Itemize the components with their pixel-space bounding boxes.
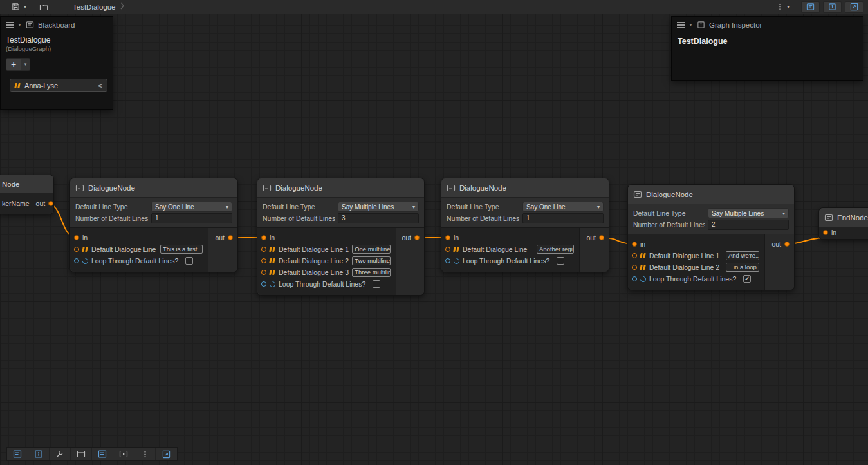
loop-port[interactable] <box>261 281 266 287</box>
panel-icon <box>98 450 107 459</box>
add-property-dropdown[interactable]: ▾ <box>21 58 30 71</box>
save-icon <box>12 3 20 11</box>
in-port[interactable] <box>632 242 637 247</box>
out-port[interactable] <box>228 235 233 240</box>
fullscreen-button[interactable] <box>156 448 177 460</box>
fullscreen-icon <box>162 450 171 459</box>
add-property-button[interactable]: + <box>6 58 21 71</box>
line-type-label: Default Line Type <box>263 203 335 211</box>
node-title-bar[interactable]: DialogueNode <box>628 185 794 204</box>
loop-checkbox[interactable] <box>185 257 193 265</box>
dialogue-line-port[interactable] <box>632 253 637 258</box>
open-asset-button[interactable] <box>39 1 48 13</box>
loop-port[interactable] <box>74 258 79 263</box>
fullscreen-button[interactable] <box>845 1 863 13</box>
options-dropdown[interactable]: ▾ <box>787 1 790 13</box>
dialogue-line-port[interactable] <box>261 258 266 263</box>
collapse-icon[interactable]: ▼ <box>688 23 693 27</box>
num-lines-field[interactable]: 3 <box>338 213 419 223</box>
dialogue-node-4[interactable]: DialogueNode Default Line Type Say Multi… <box>627 184 795 290</box>
dialogue-line-port[interactable] <box>261 270 266 275</box>
node-properties: Default Line Type Say One Line ▾ Number … <box>70 198 237 227</box>
node-title-bar[interactable]: Node <box>0 175 53 193</box>
kebab-icon <box>141 450 149 459</box>
dialogue-node-1[interactable]: DialogueNode Default Line Type Say One L… <box>69 178 238 272</box>
out-port[interactable] <box>599 235 604 240</box>
speaker-node[interactable]: Node kerName out <box>0 175 54 214</box>
line-type-label: Default Line Type <box>633 209 705 217</box>
save-dropdown[interactable]: ▾ <box>24 1 26 13</box>
dialogue-node-icon <box>263 184 272 193</box>
out-port[interactable] <box>48 201 53 206</box>
num-lines-field[interactable]: 2 <box>708 220 789 230</box>
kebab-menu-button[interactable] <box>134 448 156 460</box>
loop-checkbox[interactable]: ✓ <box>743 275 751 283</box>
breadcrumb[interactable]: TestDialogue <box>73 3 115 11</box>
toggle-blackboard-button[interactable] <box>801 1 820 13</box>
out-port[interactable] <box>414 235 420 240</box>
num-lines-field[interactable]: 1 <box>522 213 604 223</box>
loop-label: Loop Through Default Lines? <box>279 280 365 288</box>
blackboard-header[interactable]: ▼ Blackboard <box>1 17 113 33</box>
node-title-bar[interactable]: DialogueNode <box>441 178 609 198</box>
loop-port[interactable] <box>445 258 450 263</box>
loop-checkbox[interactable] <box>557 257 564 265</box>
node-title-bar[interactable]: EndNode <box>819 208 868 227</box>
inspector-header[interactable]: ▼ Graph Inspector <box>672 17 863 33</box>
dialogue-line-port[interactable] <box>261 247 266 252</box>
graph-panel-button[interactable] <box>92 448 113 460</box>
in-port[interactable] <box>445 235 450 240</box>
dropdown-value: Say Multiple Lines <box>712 210 782 217</box>
dialogue-line-field[interactable]: Another regu <box>537 245 574 254</box>
num-lines-field[interactable]: 1 <box>151 213 232 223</box>
in-port[interactable] <box>261 235 266 240</box>
line-type-dropdown[interactable]: Say Multiple Lines ▾ <box>338 202 419 212</box>
line-type-dropdown[interactable]: Say One Line ▾ <box>151 202 232 212</box>
loop-label: Loop Through Default Lines? <box>649 275 736 283</box>
dialogue-line-field[interactable]: Three multilin <box>352 268 391 277</box>
menu-icon[interactable] <box>677 22 685 28</box>
end-node[interactable]: EndNode in <box>818 207 868 240</box>
toggle-inspector-button[interactable] <box>823 1 842 13</box>
dialogue-line-field[interactable]: One multiline <box>352 245 391 254</box>
save-button[interactable] <box>12 1 20 13</box>
dialogue-line-field[interactable]: Two multiline <box>352 256 391 265</box>
node-title-bar[interactable]: DialogueNode <box>257 178 424 198</box>
minimap-button[interactable] <box>71 448 92 460</box>
dialogue-line-field[interactable]: This is a first <box>160 245 203 254</box>
kebab-icon <box>776 3 784 11</box>
tools-button[interactable] <box>50 448 71 460</box>
node-title-bar[interactable]: DialogueNode <box>70 178 237 198</box>
loop-label: Loop Through Default Lines? <box>463 257 549 265</box>
quote-icon <box>270 258 275 263</box>
line-type-dropdown[interactable]: Say Multiple Lines ▾ <box>708 208 789 218</box>
dialogue-node-3[interactable]: DialogueNode Default Line Type Say One L… <box>441 178 609 272</box>
input-ports: in Default Dialogue Line This is a first… <box>70 228 208 272</box>
collapse-icon[interactable]: ▼ <box>17 23 22 27</box>
dialogue-line-field[interactable]: And we're... <box>726 251 759 260</box>
dialogue-line-field[interactable]: ...in a loop <box>726 263 759 272</box>
dialogue-node-2[interactable]: DialogueNode Default Line Type Say Multi… <box>257 178 425 296</box>
menu-icon[interactable] <box>6 22 14 28</box>
toggle-blackboard-button[interactable] <box>7 448 28 460</box>
loop-icon <box>81 257 89 265</box>
kebab-menu-button[interactable] <box>776 1 784 13</box>
field-expander-icon[interactable]: < <box>98 82 102 90</box>
blackboard-field[interactable]: Anna-Lyse < <box>10 79 107 92</box>
loop-checkbox[interactable] <box>373 280 380 288</box>
dialogue-line-port[interactable] <box>445 247 450 252</box>
line-type-dropdown[interactable]: Say One Line ▾ <box>522 202 604 212</box>
chevron-down-icon: ▾ <box>412 204 415 210</box>
out-port[interactable] <box>784 242 790 247</box>
in-port[interactable] <box>74 235 79 240</box>
dialogue-line-label: Default Dialogue Line <box>463 245 527 253</box>
out-port-label: out <box>402 234 411 242</box>
dialogue-line-port[interactable] <box>632 265 637 270</box>
loop-port[interactable] <box>632 276 637 281</box>
dialogue-line-label: Default Dialogue Line <box>91 245 156 253</box>
dialogue-line-port[interactable] <box>74 247 79 252</box>
in-port[interactable] <box>823 230 828 235</box>
play-preview-button[interactable] <box>113 448 134 460</box>
line-type-label: Default Line Type <box>447 203 520 211</box>
toggle-inspector-button[interactable] <box>28 448 50 460</box>
